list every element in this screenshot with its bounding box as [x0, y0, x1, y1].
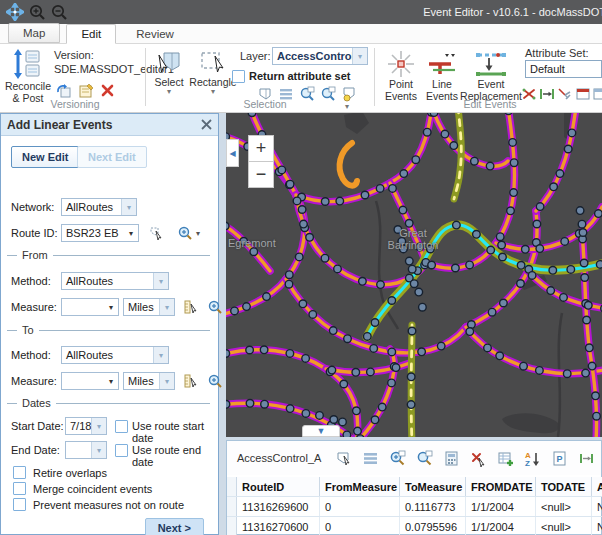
pan-to-selection-icon[interactable]: [320, 86, 336, 102]
layer-dropdown-value: AccessControl_A: [273, 50, 352, 62]
column-header-routeid[interactable]: RouteID: [237, 477, 320, 496]
event-replacement-button[interactable]: Event Replacement: [462, 50, 520, 102]
clear-selection-icon[interactable]: [470, 450, 487, 467]
end-date-dropdown[interactable]: ▾: [65, 441, 107, 459]
cell-ac: N: [592, 517, 602, 535]
new-version-icon[interactable]: [78, 83, 94, 99]
to-measure-on-map-icon[interactable]: [183, 373, 199, 389]
table-toolbar: AccessControl_A: [227, 441, 601, 475]
retire-overlaps-option[interactable]: Retire overlaps: [13, 466, 107, 479]
zoom-to-selection-icon[interactable]: [389, 450, 406, 467]
select-route-on-map-icon[interactable]: [149, 225, 165, 241]
to-method-dropdown[interactable]: AllRoutes ▾: [61, 346, 169, 364]
selectable-layers-icon[interactable]: [341, 86, 357, 102]
zoom-to-route-icon[interactable]: [177, 225, 193, 241]
sort-icon[interactable]: A Z: [524, 450, 541, 467]
pan-to-selection-icon[interactable]: [416, 450, 433, 467]
from-method-dropdown[interactable]: AllRoutes ▾: [61, 272, 169, 290]
route-id-dropdown[interactable]: BSR23 EB ▾: [61, 224, 139, 242]
select-button[interactable]: Select ▾: [150, 50, 188, 95]
cell-ac: N: [592, 497, 602, 516]
map-zoom-in-button[interactable]: +: [248, 135, 274, 162]
zoom-to-route-caret-icon[interactable]: ▾: [196, 229, 200, 238]
from-legend: From: [17, 249, 53, 261]
network-dropdown[interactable]: AllRoutes ▾: [61, 198, 137, 216]
from-measure-on-map-icon[interactable]: [183, 299, 199, 315]
next-button[interactable]: Next >: [145, 518, 204, 535]
to-measure-dropdown[interactable]: ▾: [61, 372, 119, 390]
merge-coincident-checkbox[interactable]: [13, 482, 26, 495]
from-measure-dropdown[interactable]: ▾: [61, 298, 119, 316]
table-row[interactable]: 11316269600 0 0.1116773 1/1/2004 <null> …: [227, 497, 602, 517]
column-header-fromdate[interactable]: FROMDATE: [466, 477, 536, 496]
map-view[interactable]: Egremont Great Barrington + − ◀ ▼: [226, 113, 602, 437]
collapse-table-button[interactable]: ▼: [302, 425, 340, 437]
new-edit-button[interactable]: New Edit: [11, 146, 79, 168]
reconcile-post-button[interactable]: Reconcile & Post: [4, 48, 52, 104]
refresh-version-icon[interactable]: [56, 83, 72, 99]
row-selector-gutter[interactable]: [227, 497, 237, 516]
pan-icon[interactable]: [6, 3, 24, 21]
retire-overlaps-checkbox[interactable]: [13, 466, 26, 479]
prevent-measures-option[interactable]: Prevent measures not on route: [13, 498, 184, 511]
route-id-label: Route ID:: [11, 227, 57, 239]
from-zoom-icon[interactable]: [207, 299, 223, 315]
tab-review[interactable]: Review: [122, 25, 188, 43]
column-header-tomeasure[interactable]: ToMeasure: [400, 477, 466, 496]
event-attributes-window-icon[interactable]: [575, 86, 591, 102]
rectangle-button[interactable]: Rectangle ▾: [190, 50, 236, 95]
line-events-button[interactable]: Line Events: [424, 50, 460, 102]
cell-routeid: 11316269600: [237, 497, 320, 516]
layer-dropdown[interactable]: AccessControl_A ▾: [272, 47, 368, 65]
delete-version-icon[interactable]: [100, 83, 116, 99]
attribute-set-dropdown[interactable]: Default: [525, 60, 602, 78]
column-header-frommeasure[interactable]: FromMeasure: [320, 477, 400, 496]
group-separator: [374, 48, 375, 106]
close-icon[interactable]: [201, 119, 212, 130]
cell-frommeasure: 0: [320, 497, 400, 516]
cell-fromdate: 1/1/2004: [466, 517, 536, 535]
tab-map[interactable]: Map: [8, 23, 60, 43]
from-method-value: AllRoutes: [62, 275, 153, 287]
map-canvas[interactable]: [226, 113, 602, 437]
cell-todate: <null>: [536, 517, 592, 535]
zoom-out-icon[interactable]: [50, 3, 68, 21]
append-events-icon[interactable]: [497, 450, 514, 467]
line-events-icon: [427, 50, 457, 78]
prevent-measures-checkbox[interactable]: [13, 498, 26, 511]
ribbon-tabs: Map Edit Review: [0, 24, 602, 44]
layer-label: Layer:: [240, 50, 271, 62]
selection-list-icon[interactable]: [362, 450, 379, 467]
select-features-icon[interactable]: [335, 450, 352, 467]
measure-icon[interactable]: [578, 450, 595, 467]
tab-edit[interactable]: Edit: [66, 24, 116, 44]
attribute-window-icon[interactable]: [592, 86, 602, 102]
column-header-todate[interactable]: TODATE: [536, 477, 592, 496]
cell-tomeasure: 0.1116773: [400, 497, 466, 516]
to-unit-dropdown[interactable]: Miles ▾: [123, 372, 175, 390]
point-events-button[interactable]: Point Events: [381, 50, 421, 102]
svg-text:P: P: [557, 454, 563, 464]
collapse-left-panel-button[interactable]: ◀: [226, 139, 239, 167]
column-header-ac[interactable]: AC: [592, 477, 602, 496]
retire-overlaps-label: Retire overlaps: [33, 467, 107, 479]
from-unit-dropdown[interactable]: Miles ▾: [123, 298, 175, 316]
use-route-start-date-checkbox[interactable]: [115, 420, 128, 433]
map-zoom-out-button[interactable]: −: [248, 161, 274, 188]
panel-body: New Edit Next Edit Network: AllRoutes ▾ …: [1, 136, 218, 534]
cell-todate: <null>: [536, 497, 592, 516]
report-icon[interactable]: P: [551, 450, 568, 467]
field-calculator-icon[interactable]: [443, 450, 460, 467]
zoom-in-icon[interactable]: [28, 3, 46, 21]
use-route-end-date-label: Use route end date: [132, 444, 220, 468]
network-dropdown-arrow-icon: ▾: [121, 199, 136, 215]
start-date-dropdown[interactable]: 7/18/ ▾: [65, 417, 107, 435]
merge-coincident-option[interactable]: Merge coincident events: [13, 482, 152, 495]
snap-events-icon[interactable]: [557, 86, 573, 102]
row-selector-gutter[interactable]: [227, 517, 237, 535]
use-route-end-date-checkbox[interactable]: [115, 444, 128, 457]
return-attribute-set-checkbox[interactable]: [232, 70, 245, 83]
table-row[interactable]: 11316270600 0 0.0795596 1/1/2004 <null> …: [227, 517, 602, 535]
to-zoom-icon[interactable]: [207, 373, 223, 389]
next-edit-button[interactable]: Next Edit: [77, 146, 147, 168]
